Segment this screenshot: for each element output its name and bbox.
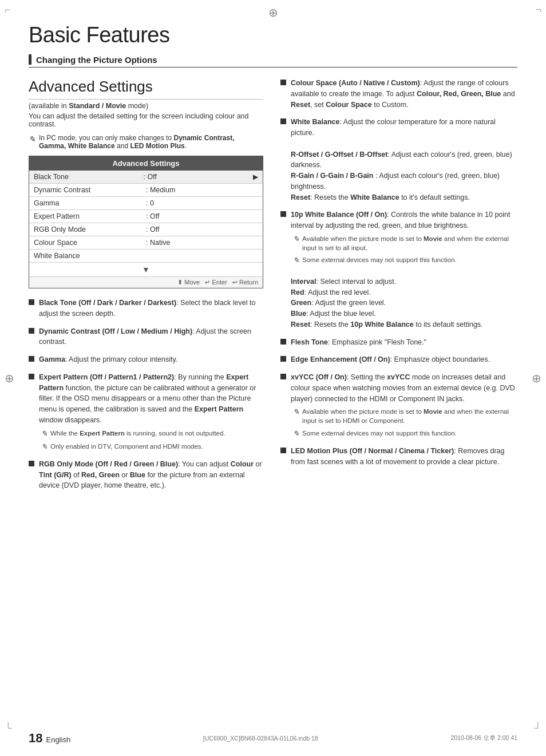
footer-filename: [UC6900_XC]BN68-02843A-01L06.indb 18 — [203, 735, 318, 742]
table-row[interactable]: Colour Space : Native — [29, 236, 263, 250]
bullet-bold-inline3: Colour Space — [326, 101, 372, 109]
right-bullet-led-motion-plus: LED Motion Plus (Off / Normal / Cinema /… — [280, 446, 517, 468]
available-bold: Standard / Movie — [69, 102, 126, 110]
right-bullet-10p-white-balance: 10p White Balance (Off / On): Controls t… — [280, 209, 517, 330]
bullet-sub-bold: Interval — [291, 278, 316, 286]
table-cell-value: : Medium — [146, 186, 258, 194]
bullet-square — [280, 211, 286, 217]
footer-date: 2010-08-06 오후 2:00 41 — [450, 734, 517, 742]
table-row[interactable]: Dynamic Contrast : Medium — [29, 184, 263, 197]
table-row[interactable]: Gamma : 0 — [29, 197, 263, 210]
sub-note-text: Some external devices may not support th… — [302, 429, 457, 438]
page-number-block: 18 English — [29, 731, 70, 746]
corner-mark-tl: ⌐ — [5, 5, 11, 15]
table-cell-arrow: ▶ — [253, 173, 258, 181]
bullet-bold-inline4: Blue — [130, 471, 145, 479]
bullet-square — [280, 448, 286, 453]
bullet-item-dynamic-contrast: Dynamic Contrast (Off / Low / Medium / H… — [29, 326, 263, 348]
right-bullet-edge-enhancement: Edge Enhancement (Off / On): Emphasize o… — [280, 354, 517, 365]
bullet-bold: Expert Pattern (Off / Pattern1 / Pattern… — [39, 373, 174, 381]
main-title: Basic Features — [29, 23, 517, 48]
bullet-content: Flesh Tone: Emphasize pink "Flesh Tone." — [291, 337, 517, 348]
bullet-square — [280, 356, 286, 362]
bullet-content: LED Motion Plus (Off / Normal / Cinema /… — [291, 446, 517, 468]
bullet-sub-bold3: Green — [291, 299, 311, 307]
sub-note-icon: ✎ — [293, 407, 299, 417]
table-cell-label: Dynamic Contrast — [34, 186, 146, 194]
bullet-square — [280, 374, 286, 379]
left-bullet-list: Black Tone (Off / Dark / Darker / Darkes… — [29, 298, 263, 491]
bullet-square — [29, 328, 34, 334]
bullet-content: White Balance: Adjust the colour tempera… — [291, 117, 517, 203]
page-lang: English — [46, 735, 70, 744]
sub-note-text: While the Expert Pattern is running, sou… — [50, 429, 225, 438]
bullet-sub-bold3: Reset — [291, 193, 310, 201]
right-bullet-colour-space: Colour Space (Auto / Native / Custom): A… — [280, 78, 517, 110]
available-suffix: mode) — [126, 102, 148, 110]
bullet-square — [29, 461, 34, 466]
bullet-bold-inline2: Tint (G/R) — [39, 471, 72, 479]
bullet-bold: RGB Only Mode (Off / Red / Green / Blue) — [39, 460, 178, 468]
table-cell-label: Expert Pattern — [34, 212, 146, 220]
bullet-bold: Dynamic Contrast (Off / Low / Medium / H… — [39, 327, 192, 335]
bullet-bold: xvYCC (Off / On) — [291, 373, 347, 381]
bullet-bold: LED Motion Plus (Off / Normal / Cinema /… — [291, 447, 454, 455]
bullet-item-gamma: Gamma: Adjust the primary colour intensi… — [29, 354, 263, 365]
right-column: Colour Space (Auto / Native / Custom): A… — [280, 78, 517, 498]
table-row[interactable]: RGB Only Mode : Off — [29, 223, 263, 236]
bullet-sub-bold5: Reset — [291, 320, 310, 328]
sub-note-icon: ✎ — [293, 429, 299, 439]
sub-note-bold: Movie — [424, 408, 442, 415]
sub-note-text: Available when the picture mode is set t… — [302, 234, 517, 252]
crosshair-left: ⊕ — [5, 371, 14, 385]
description-text: You can adjust the detailed setting for … — [29, 112, 263, 128]
corner-mark-br: ┘ — [534, 723, 541, 733]
table-cell-label: RGB Only Mode — [34, 225, 146, 233]
sub-note-icon: ✎ — [41, 442, 48, 452]
bullet-content: 10p White Balance (Off / On): Controls t… — [291, 209, 517, 330]
bullet-sub-bold4: White Balance — [350, 193, 399, 201]
available-text: (available in Standard / Movie mode) — [29, 102, 263, 110]
bullet-bold-inline2: Reset — [291, 101, 310, 109]
bullet-bold-inline2: Expert Pattern — [195, 405, 243, 413]
right-bullet-white-balance: White Balance: Adjust the colour tempera… — [280, 117, 517, 203]
available-prefix: (available in — [29, 102, 69, 110]
bullet-bold-inline: Colour, Red, Green, Blue — [417, 90, 501, 98]
table-cell-value: : Off — [144, 173, 254, 181]
table-row[interactable]: White Balance — [29, 250, 263, 263]
bullet-bold: Flesh Tone — [291, 338, 328, 346]
bullet-content: Expert Pattern (Off / Pattern1 / Pattern… — [39, 372, 263, 452]
table-cell-label: Colour Space — [34, 239, 146, 247]
crosshair-right: ⊕ — [532, 371, 541, 385]
bullet-bold: Black Tone (Off / Dark / Darker / Darkes… — [39, 299, 176, 307]
sub-note-text: Some external devices may not support th… — [302, 255, 457, 264]
bullet-square — [280, 118, 286, 124]
footer-return: ↩ Return — [232, 279, 258, 286]
table-cell-value: : Native — [146, 239, 258, 247]
bullet-content: Edge Enhancement (Off / On): Emphasize o… — [291, 354, 517, 365]
sub-note: ✎ Some external devices may not support … — [293, 255, 517, 266]
advanced-settings-title: Advanced Settings — [29, 78, 263, 100]
bullet-bold-inline: Colour — [231, 460, 254, 468]
table-header: Advanced Settings — [29, 156, 263, 171]
bullet-sub-bold: R-Offset / G-Offset / B-Offset — [291, 151, 387, 159]
page-footer: 18 English [UC6900_XC]BN68-02843A-01L06.… — [29, 731, 517, 746]
bullet-square — [29, 374, 34, 379]
bullet-sub-bold4: Blue — [291, 310, 306, 318]
table-cell-value: : Off — [146, 225, 258, 233]
left-column: Advanced Settings (available in Standard… — [29, 78, 263, 498]
table-row[interactable]: Expert Pattern : Off — [29, 210, 263, 223]
sub-note-icon: ✎ — [293, 234, 299, 244]
footer-move: ⬆ Move — [177, 279, 200, 286]
crosshair-top: ⊕ — [268, 6, 278, 19]
note-icon: ✎ — [29, 134, 35, 144]
bullet-sub-bold2: R-Gain / G-Gain / B-Gain — [291, 172, 373, 180]
table-cell-label: White Balance — [34, 252, 146, 260]
bullet-bold-inline: xvYCC — [387, 373, 410, 381]
table-row[interactable]: Black Tone : Off ▶ — [29, 171, 263, 184]
bullet-square — [29, 299, 34, 305]
bullet-square — [280, 339, 286, 345]
page: ⌐ ¬ └ ┘ ⊕ ⊕ ⊕ Basic Features Changing th… — [0, 0, 546, 756]
sub-note: ✎ While the Expert Pattern is running, s… — [41, 429, 263, 439]
sub-note: ✎ Available when the picture mode is set… — [293, 407, 517, 425]
